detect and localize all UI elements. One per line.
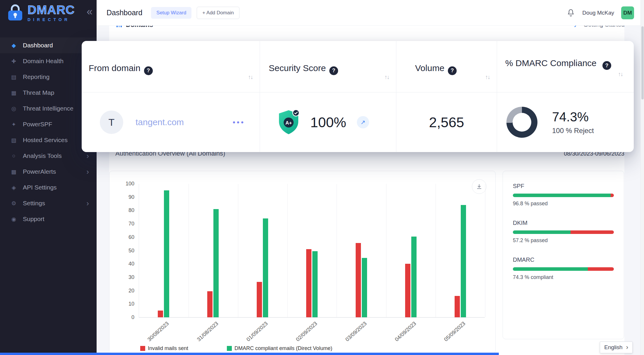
stat-dmarc: DMARC74.3 % compliant: [513, 256, 614, 280]
notifications-button[interactable]: [566, 8, 575, 17]
collapse-sidebar-button[interactable]: [87, 6, 93, 17]
legend-swatch: [227, 346, 232, 351]
dashboard-icon: ◆: [10, 42, 18, 49]
shield-icon: A+: [278, 109, 300, 135]
domain-health-icon: ✚: [10, 58, 18, 65]
compliance-donut: [506, 107, 537, 138]
gridline: [436, 184, 436, 317]
domain-link[interactable]: tangent.com: [136, 117, 184, 127]
sidebar-item-label: API Settings: [23, 184, 57, 191]
bar-compliant: [263, 218, 268, 317]
sidebar-item-label: Reporting: [23, 73, 49, 80]
gridline: [238, 184, 238, 317]
y-axis-tick: 90: [114, 194, 134, 200]
x-axis-label: 05/09/2023: [443, 320, 467, 343]
domain-avatar: T: [100, 111, 123, 134]
stat-value: 74.3 % compliant: [513, 274, 614, 280]
score-detail-link[interactable]: [357, 116, 369, 128]
sidebar-item-label: Threat Map: [23, 89, 54, 96]
scrollbar-thumb[interactable]: [641, 26, 644, 99]
help-icon[interactable]: [602, 61, 611, 70]
user-name: Doug McKay: [582, 10, 614, 16]
stat-dkim: DKIM57.2 % passed: [513, 220, 614, 244]
bar-invalid: [405, 264, 410, 317]
section-domains-title: Domains: [126, 26, 153, 29]
help-icon[interactable]: [144, 66, 153, 75]
language-selector[interactable]: English: [600, 342, 633, 353]
stat-bar-failed: [611, 194, 614, 197]
setup-wizard-button[interactable]: Setup Wizard: [151, 7, 191, 19]
chart-legend: Invalid mails sentDMARC compliant emails…: [140, 345, 332, 351]
bar-compliant: [312, 251, 318, 317]
sort-icon[interactable]: [618, 70, 623, 78]
sidebar-item-poweralerts[interactable]: ▩PowerAlerts: [0, 164, 97, 180]
stat-value: 57.2 % passed: [513, 237, 614, 244]
legend-swatch: [140, 346, 145, 351]
y-axis-tick: 70: [114, 221, 134, 227]
sidebar-item-support[interactable]: ◉Support: [0, 211, 97, 227]
stat-bar-passed: [513, 230, 571, 234]
header-label: % DMARC Compliance: [505, 58, 597, 68]
bar-compliant: [362, 258, 367, 317]
x-axis-label: 31/08/2023: [196, 320, 220, 343]
topbar: Dashboard Setup Wizard + Add Domain Doug…: [97, 0, 644, 26]
bar-invalid: [306, 249, 311, 317]
y-axis-tick: 0: [114, 314, 134, 320]
sidebar-item-label: Settings: [23, 200, 45, 207]
lock-logo-icon: [7, 4, 23, 22]
compliance-text: 74.3% 100 % Reject: [552, 110, 594, 135]
y-axis-tick: 50: [114, 248, 134, 254]
table-header-from-domain: From domain: [82, 41, 260, 92]
sidebar-item-label: Threat Intelligence: [23, 105, 73, 112]
header-label: Security Score: [269, 63, 326, 73]
stat-label: SPF: [513, 183, 614, 189]
x-axis-label: 02/09/2023: [295, 320, 318, 343]
legend-label: DMARC compliant emails (Direct Volume): [234, 345, 332, 351]
stat-label: DKIM: [513, 220, 614, 226]
language-label: English: [604, 344, 622, 351]
cell-compliance: 74.3% 100 % Reject: [497, 92, 634, 152]
sidebar-item-settings[interactable]: ⚙Settings: [0, 195, 97, 211]
chevron-right-icon: [86, 199, 89, 208]
sidebar-item-label: Support: [23, 216, 44, 223]
stat-bar: [513, 267, 614, 271]
help-icon[interactable]: [329, 66, 338, 75]
sidebar-item-api-settings[interactable]: ◈API Settings: [0, 180, 97, 195]
table-header-volume: Volume: [396, 41, 497, 92]
logo-text: DMARC DIRECTOR: [28, 4, 75, 22]
chart-plot: 010203040506070809010030/08/202331/08/20…: [139, 184, 485, 318]
y-axis-tick: 80: [114, 207, 134, 213]
sidebar-item-label: PowerAlerts: [23, 168, 56, 175]
legend-item: DMARC compliant emails (Direct Volume): [227, 345, 332, 351]
y-axis-tick: 10: [114, 301, 134, 307]
threat-map-icon: ▦: [10, 89, 18, 96]
header-label: Volume: [415, 63, 444, 73]
bar-compliant: [461, 205, 466, 317]
sort-icon[interactable]: [384, 74, 389, 80]
row-actions-menu[interactable]: [233, 118, 245, 127]
x-axis-label: 01/09/2023: [245, 320, 269, 343]
logo-subtitle: DIRECTOR: [28, 17, 75, 22]
stat-bar-failed: [571, 230, 614, 234]
stat-bar: [513, 230, 614, 234]
getting-started-link[interactable]: Getting Started: [573, 26, 625, 28]
add-domain-button[interactable]: + Add Domain: [197, 7, 239, 19]
y-axis-tick: 20: [114, 288, 134, 294]
bar-compliant: [164, 190, 169, 317]
user-avatar[interactable]: DM: [621, 6, 634, 19]
bar-invalid: [455, 296, 460, 317]
stat-spf: SPF96.8 % passed: [513, 183, 614, 207]
y-axis-tick: 60: [114, 234, 134, 240]
sidebar-item-label: Domain Health: [23, 58, 64, 65]
gridline: [485, 184, 485, 317]
chevrons-left-icon: [87, 6, 93, 18]
sort-icon[interactable]: [248, 74, 253, 80]
hosted-services-icon: ▧: [10, 137, 18, 144]
sort-icon[interactable]: [485, 74, 490, 80]
gridline: [386, 184, 386, 317]
help-icon[interactable]: [448, 66, 457, 75]
app-logo: DMARC DIRECTOR: [0, 0, 97, 26]
y-axis-tick: 30: [114, 274, 134, 280]
launch-icon: [573, 26, 580, 28]
vertical-scrollbar[interactable]: [640, 0, 644, 355]
